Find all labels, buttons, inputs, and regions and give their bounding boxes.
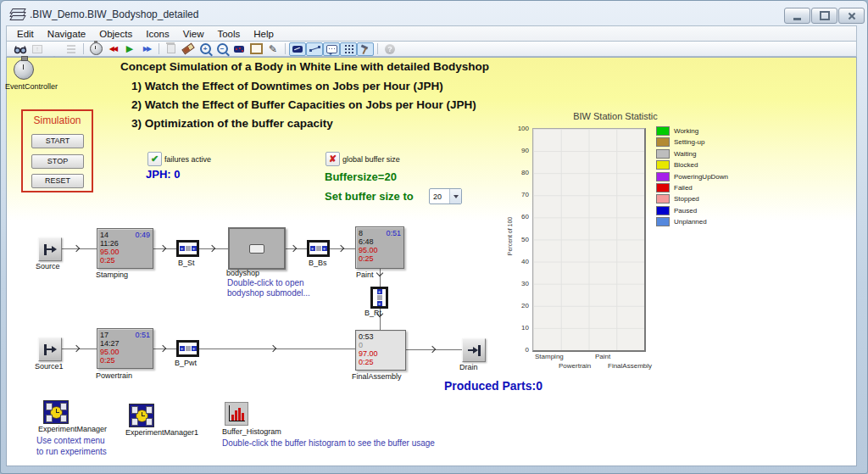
window-title: .BIW_Demo.BIW_Bodyshop_detailed <box>30 8 198 20</box>
set-buffer-size-label: Set buffer size to <box>325 190 414 203</box>
pencil-icon[interactable] <box>264 42 281 56</box>
drain-icon <box>478 345 481 356</box>
reset-button[interactable]: RESET <box>31 174 84 188</box>
station-paint[interactable]: 80:51 6:48 95.00 0:25 <box>355 226 404 269</box>
global-buffer-size-checkbox[interactable] <box>326 152 340 166</box>
glasses-icon[interactable] <box>12 42 29 56</box>
chevron-down-icon[interactable] <box>449 189 461 204</box>
menu-navigate[interactable]: Navigate <box>47 29 86 39</box>
maximize-button[interactable] <box>811 8 837 24</box>
buffer-b-rt[interactable] <box>370 287 388 309</box>
b-st-label: B_St <box>178 259 195 267</box>
minimize-button[interactable] <box>784 8 810 24</box>
bodyshop-note-line1: Double-click to open <box>227 278 304 287</box>
bodyshop-icon <box>249 244 264 254</box>
source-object[interactable] <box>38 237 62 261</box>
help-icon[interactable] <box>381 42 398 56</box>
toolbar: + − <box>6 41 857 57</box>
close-button[interactable] <box>838 8 865 24</box>
event-controller-icon[interactable] <box>87 42 104 56</box>
toolbar-separator <box>83 43 84 54</box>
zoom-out-icon[interactable]: − <box>214 42 231 56</box>
frame-icon[interactable] <box>248 42 264 56</box>
station-final-assembly[interactable]: 0:53 0 97.00 0:25 <box>355 330 406 371</box>
menu-objects[interactable]: Objects <box>99 29 132 39</box>
buffer-b-st[interactable] <box>176 240 199 257</box>
source1-label: Source1 <box>35 362 64 371</box>
y-tick: 40 <box>508 258 529 265</box>
histogram-bar-icon <box>235 410 237 421</box>
legend-item: Setting-up <box>656 137 704 146</box>
buffer-histogram-note: Double-click the buffer histogram to see… <box>222 438 435 448</box>
b-pwt-label: B_Pwt <box>175 359 197 367</box>
histogram-bar-icon <box>242 413 244 421</box>
legend-item: Waiting <box>656 149 696 158</box>
eraser-icon[interactable] <box>180 42 197 56</box>
x-tick-powertrain: Powertrain <box>559 362 591 370</box>
home-icon[interactable] <box>46 42 63 56</box>
console-toggle-icon[interactable] <box>289 42 306 56</box>
simulation-panel-title: Simulation <box>23 114 92 126</box>
event-controller-object[interactable] <box>14 59 34 80</box>
connector-toggle-icon[interactable] <box>306 42 323 56</box>
bodyshop-label: bodyshop <box>226 269 259 277</box>
experiment-manager1-object[interactable] <box>129 404 154 427</box>
application-window: .BIW_Demo.BIW_Bodyshop_detailed Edit Nav… <box>0 0 868 474</box>
experiment-manager-note2: to run experiments <box>36 447 107 456</box>
failures-active-checkbox[interactable] <box>147 152 162 166</box>
station-stamping[interactable]: 140:49 11:26 95.00 0:25 <box>97 228 153 269</box>
headline-item-1: 1) Watch the Effect of Downtimes on Jobs… <box>131 80 443 92</box>
source1-object[interactable] <box>38 337 62 361</box>
bodyshop-note-line2: bodyshop submodel... <box>227 288 310 298</box>
comment-toggle-icon[interactable] <box>323 42 340 56</box>
menu-tools[interactable]: Tools <box>217 29 240 39</box>
open-frame-up-icon[interactable] <box>29 42 46 56</box>
delete-icon[interactable] <box>163 42 180 56</box>
menu-icons[interactable]: Icons <box>146 29 170 39</box>
legend-item: Failed <box>656 183 693 192</box>
title-bar[interactable]: .BIW_Demo.BIW_Bodyshop_detailed <box>1 1 867 26</box>
toolbar-separator <box>159 43 159 54</box>
reset-simulation-icon[interactable] <box>104 42 121 56</box>
experiment-manager-object[interactable] <box>43 400 69 424</box>
toolbar-separator <box>377 43 378 54</box>
chart-plot-area[interactable] <box>532 128 646 352</box>
source-label: Source <box>36 262 60 270</box>
start-button[interactable]: START <box>31 134 84 148</box>
station-powertrain[interactable]: 170:51 14:27 95.00 0:25 <box>97 328 153 369</box>
legend-item: Blocked <box>656 160 698 169</box>
experiment-manager-note1: Use context menu <box>36 436 105 445</box>
zoom-in-icon[interactable]: + <box>197 42 214 56</box>
menu-edit[interactable]: Edit <box>17 29 34 39</box>
y-tick: 20 <box>508 302 529 309</box>
histogram-bar-icon <box>231 415 234 421</box>
legend-swatch <box>656 194 670 204</box>
models-icon[interactable] <box>63 42 80 56</box>
point-grid-toggle-icon[interactable] <box>340 42 357 56</box>
start-simulation-icon[interactable] <box>121 42 138 56</box>
stop-button[interactable]: STOP <box>31 154 84 169</box>
buffer-size-dropdown[interactable]: 20 <box>429 188 462 204</box>
drain-label: Drain <box>459 363 478 371</box>
legend-swatch <box>656 126 670 136</box>
y-tick: 10 <box>508 324 529 332</box>
buffer-histogram-object[interactable] <box>225 402 248 426</box>
histogram-bar-icon <box>238 408 241 421</box>
legend-swatch <box>656 149 670 159</box>
legend-swatch <box>656 160 670 170</box>
model-headline: Concept Simulation of a Body in White Li… <box>120 60 489 73</box>
viewer-3d-icon[interactable] <box>231 42 248 56</box>
legend-item: Paused <box>656 206 697 215</box>
x-tick-final-assembly: FinalAssembly <box>608 362 652 370</box>
drain-object[interactable] <box>462 338 486 362</box>
experiment-manager-label: ExperimentManager <box>38 425 107 433</box>
buffer-b-pwt[interactable] <box>176 340 199 357</box>
fast-forward-icon[interactable] <box>138 42 155 56</box>
bodyshop-submodel[interactable] <box>228 227 286 270</box>
legend-swatch <box>656 206 670 215</box>
menu-help[interactable]: Help <box>253 29 274 39</box>
buffer-b-bs[interactable] <box>307 240 330 257</box>
menu-view[interactable]: View <box>183 29 204 39</box>
y-tick: 100 <box>508 125 529 132</box>
icon-editor-toggle-icon[interactable] <box>357 42 374 56</box>
